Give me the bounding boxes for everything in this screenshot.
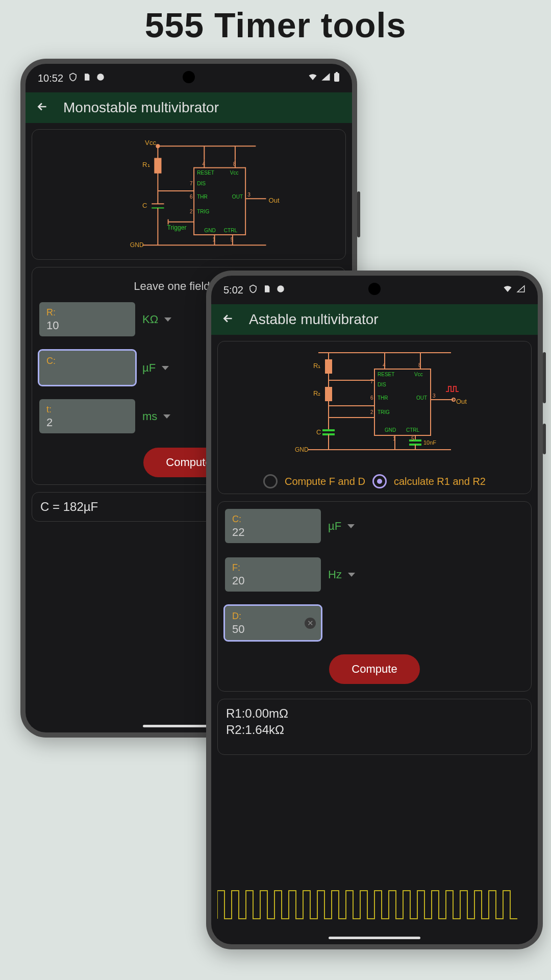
c-input[interactable]: C: 22	[225, 509, 321, 543]
circle-icon	[276, 284, 285, 296]
page-title: 555 Timer tools	[0, 5, 551, 45]
svg-rect-49	[325, 360, 332, 373]
svg-text:3: 3	[247, 192, 251, 198]
svg-text:TRIG: TRIG	[197, 209, 209, 214]
d-input[interactable]: D: 50 ✕	[225, 606, 321, 640]
circle-icon	[96, 72, 105, 84]
svg-text:DIS: DIS	[197, 181, 206, 186]
svg-text:Vcc: Vcc	[145, 139, 156, 146]
svg-text:CTRL: CTRL	[224, 228, 238, 233]
chevron-down-icon	[164, 317, 171, 322]
svg-rect-60	[374, 369, 431, 435]
d-value: 50	[232, 623, 314, 636]
phone-frame-2: 5:02 Astable multivibrator	[206, 271, 543, 949]
t-unit-select[interactable]: ms	[142, 410, 170, 423]
svg-point-0	[97, 74, 104, 81]
result-card: R1:0.00mΩ R2:1.64kΩ	[217, 699, 532, 755]
chevron-down-icon	[348, 573, 355, 577]
r-input[interactable]: R: 10	[39, 302, 135, 336]
f-value: 20	[232, 574, 314, 587]
svg-rect-2	[336, 72, 338, 74]
svg-text:Out: Out	[269, 197, 280, 204]
svg-rect-15	[194, 168, 245, 235]
svg-text:R₂: R₂	[313, 389, 320, 397]
svg-text:R₁: R₁	[313, 362, 320, 370]
back-icon[interactable]	[221, 312, 235, 327]
chevron-down-icon	[162, 366, 169, 370]
svg-text:7: 7	[190, 181, 193, 186]
battery-icon	[334, 72, 340, 85]
svg-point-23	[156, 144, 159, 148]
svg-text:CTRL: CTRL	[406, 427, 420, 433]
svg-text:C: C	[142, 202, 147, 209]
app-title: Monostable multivibrator	[63, 100, 219, 116]
svg-rect-5	[155, 158, 161, 173]
c-unit-select[interactable]: µF	[142, 361, 169, 375]
svg-text:3: 3	[433, 393, 436, 399]
chevron-down-icon	[347, 524, 355, 528]
shield-icon	[248, 284, 258, 296]
c-value	[46, 368, 128, 381]
svg-text:8: 8	[418, 362, 421, 368]
svg-rect-1	[334, 73, 339, 82]
svg-text:6: 6	[370, 395, 373, 401]
radio-calc-r1r2[interactable]	[372, 474, 387, 488]
svg-text:TRIG: TRIG	[378, 409, 390, 415]
radio-label-r1r2: calculate R1 and R2	[394, 476, 486, 487]
svg-text:RESET: RESET	[197, 170, 214, 176]
clear-icon[interactable]: ✕	[305, 618, 316, 629]
svg-text:C: C	[316, 428, 321, 436]
svg-text:RESET: RESET	[378, 372, 394, 377]
svg-text:4: 4	[383, 362, 386, 368]
svg-text:Vcc: Vcc	[414, 372, 423, 377]
circuit-card: R₁ R₂ C GND Out RESET Vcc DIS THR OUT TR…	[217, 341, 532, 494]
svg-rect-51	[325, 387, 332, 401]
app-bar: Monostable multivibrator	[26, 92, 352, 123]
circuit-card: Vcc R₁ C Trigger GND Out RESET Vcc DIS T…	[32, 129, 346, 260]
r-value: 10	[46, 319, 128, 332]
app-title: Astable multivibrator	[249, 311, 379, 328]
shield-icon	[68, 72, 78, 84]
r-label: R:	[46, 307, 128, 318]
t-value: 2	[46, 416, 128, 429]
t-label: t:	[46, 404, 128, 415]
svg-text:6: 6	[190, 194, 193, 200]
radio-compute-fd[interactable]	[263, 474, 278, 488]
svg-text:Vcc: Vcc	[230, 170, 239, 176]
result-r2: R2:1.64kΩ	[226, 723, 523, 737]
f-input[interactable]: F: 20	[225, 557, 321, 592]
c-unit-select[interactable]: µF	[328, 520, 355, 533]
svg-text:Out: Out	[456, 398, 467, 405]
c-input[interactable]: C:	[39, 351, 135, 385]
svg-point-46	[277, 285, 284, 292]
svg-text:GND: GND	[385, 427, 396, 433]
c-value: 22	[232, 526, 314, 539]
wifi-icon	[502, 284, 513, 296]
signal-icon	[516, 284, 525, 296]
svg-text:GND: GND	[204, 228, 215, 233]
d-label: D:	[232, 611, 314, 622]
home-indicator[interactable]	[329, 937, 420, 939]
t-input[interactable]: t: 2	[39, 399, 135, 433]
f-unit-select[interactable]: Hz	[328, 568, 355, 581]
svg-text:Trigger: Trigger	[167, 224, 187, 231]
c-label: C:	[232, 514, 314, 525]
svg-text:THR: THR	[197, 194, 208, 200]
svg-text:2: 2	[190, 209, 193, 214]
compute-button[interactable]: Compute	[329, 654, 419, 684]
result-r1: R1:0.00mΩ	[226, 706, 523, 721]
svg-text:OUT: OUT	[416, 395, 427, 401]
status-time: 5:02	[223, 284, 243, 296]
back-icon[interactable]	[36, 100, 49, 115]
input-card: C: 22 µF F: 20 Hz	[217, 501, 532, 692]
svg-text:R₁: R₁	[142, 161, 149, 168]
signal-icon	[321, 72, 331, 84]
c-label: C:	[46, 356, 128, 366]
waveform-output	[217, 883, 523, 924]
f-label: F:	[232, 562, 314, 573]
r-unit-select[interactable]: KΩ	[142, 313, 171, 326]
svg-text:THR: THR	[378, 395, 388, 401]
sd-icon	[83, 72, 91, 84]
svg-text:7: 7	[370, 379, 373, 384]
svg-text:GND: GND	[295, 446, 309, 453]
